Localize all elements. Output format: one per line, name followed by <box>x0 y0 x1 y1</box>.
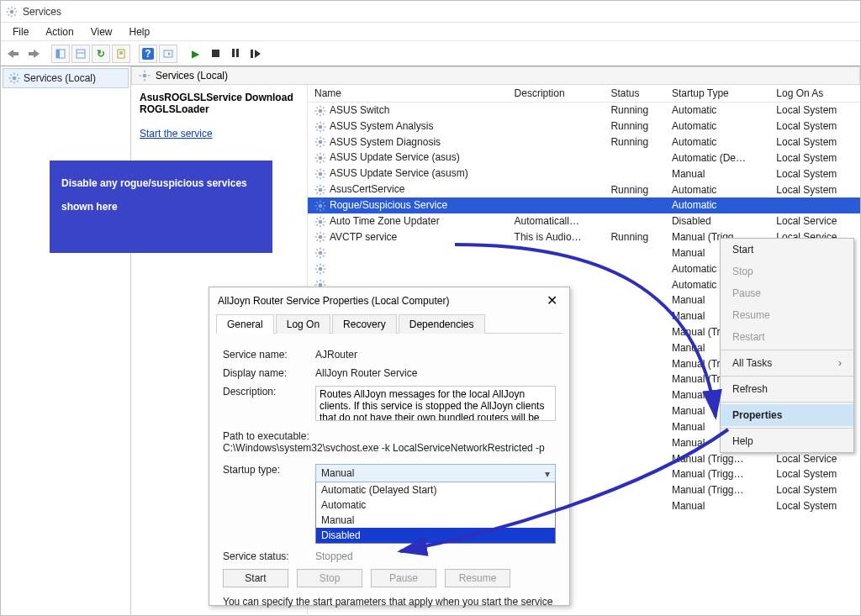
svg-line-7 <box>8 13 9 15</box>
dlg-stop-button: Stop <box>297 569 362 587</box>
ctx-help[interactable]: Help <box>721 430 853 452</box>
ctx-refresh[interactable]: Refresh <box>721 378 853 400</box>
svg-line-107 <box>323 218 325 219</box>
svg-point-126 <box>319 267 323 271</box>
menu-action[interactable]: Action <box>37 24 82 39</box>
col-status[interactable]: Status <box>604 85 665 103</box>
action-window-button[interactable] <box>159 45 177 63</box>
tree-item-label: Services (Local) <box>24 72 96 84</box>
show-hide-tree-button[interactable] <box>51 45 70 63</box>
svg-line-106 <box>316 224 318 226</box>
val-description[interactable] <box>315 386 556 421</box>
tree-item-services-local[interactable]: Services (Local) <box>3 68 129 88</box>
startup-opt-manual[interactable]: Manual <box>316 513 555 528</box>
startup-opt-disabled[interactable]: Disabled <box>316 528 555 543</box>
svg-line-62 <box>323 139 325 140</box>
ctx-restart: Restart <box>721 326 853 348</box>
svg-line-59 <box>316 139 318 140</box>
svg-point-81 <box>319 188 323 192</box>
svg-line-61 <box>316 145 318 146</box>
tab-dependencies[interactable]: Dependencies <box>399 314 485 334</box>
refresh-button[interactable]: ↻ <box>92 45 110 63</box>
table-row[interactable]: Auto Time Zone UpdaterAutomaticall…Disab… <box>308 213 860 229</box>
properties-button[interactable] <box>112 45 130 63</box>
back-button[interactable] <box>4 45 23 63</box>
ctx-start[interactable]: Start <box>721 239 853 261</box>
startup-opt-delayed[interactable]: Automatic (Delayed Start) <box>316 482 555 498</box>
ctx-all-tasks[interactable]: All Tasks› <box>721 352 853 374</box>
svg-line-140 <box>316 281 318 282</box>
svg-line-53 <box>323 123 325 124</box>
annotation-text: Disable any rogue/suspicious services sh… <box>61 177 247 213</box>
help-button[interactable]: ? <box>139 45 157 63</box>
svg-line-29 <box>10 81 12 82</box>
svg-line-78 <box>323 176 325 178</box>
gear-icon <box>314 247 326 259</box>
svg-line-96 <box>323 208 325 210</box>
svg-line-114 <box>323 240 325 241</box>
table-row[interactable]: Rogue/Suspicious ServiceAutomatic <box>308 197 860 213</box>
tab-log-on[interactable]: Log On <box>276 314 330 334</box>
svg-line-132 <box>323 271 325 273</box>
col-name[interactable]: Name <box>308 85 508 103</box>
panel-header-label: Services (Local) <box>156 70 228 82</box>
menu-view[interactable]: View <box>82 24 121 39</box>
start-service-link[interactable]: Start the service <box>140 128 213 140</box>
svg-line-60 <box>323 145 325 146</box>
pause-service-button[interactable] <box>226 45 245 63</box>
table-row[interactable]: AsusCertServiceRunningAutomaticLocal Sys… <box>308 182 860 197</box>
gear-icon <box>314 263 326 275</box>
svg-marker-21 <box>168 52 171 55</box>
svg-line-86 <box>316 186 318 187</box>
dlg-note: You can specify the start parameters tha… <box>223 596 556 608</box>
panel-header: Services (Local) <box>131 66 860 85</box>
table-row[interactable]: ASUS System DiagnosisRunningAutomaticLoc… <box>308 134 860 150</box>
svg-line-68 <box>316 155 318 156</box>
svg-line-87 <box>323 192 325 194</box>
svg-line-115 <box>316 240 318 241</box>
dialog-close-button[interactable]: ✕ <box>543 292 561 308</box>
startup-opt-automatic[interactable]: Automatic <box>316 498 555 513</box>
forward-button[interactable] <box>24 45 43 63</box>
val-display-name: AllJoyn Router Service <box>315 367 556 379</box>
column-headers[interactable]: Name Description Status Startup Type Log… <box>308 85 860 103</box>
svg-line-125 <box>323 250 325 251</box>
svg-line-88 <box>316 192 318 194</box>
tab-general[interactable]: General <box>216 314 274 334</box>
startup-type-combo[interactable]: Manual ▾ <box>315 464 556 482</box>
annotation-callout: Disable any rogue/suspicious services sh… <box>50 161 272 253</box>
svg-line-71 <box>323 155 325 156</box>
svg-line-124 <box>316 255 318 257</box>
tab-recovery[interactable]: Recovery <box>332 314 397 334</box>
gear-icon <box>314 168 326 180</box>
restart-service-button[interactable] <box>246 45 265 63</box>
table-row[interactable]: ASUS System AnalysisRunningAutomaticLoca… <box>308 118 860 134</box>
table-row[interactable]: ASUS Update Service (asus)Automatic (De…… <box>308 150 860 166</box>
svg-point-63 <box>319 156 323 161</box>
svg-line-28 <box>17 81 18 82</box>
svg-marker-9 <box>8 50 13 58</box>
svg-point-22 <box>13 76 17 81</box>
start-service-button[interactable]: ▶ <box>186 45 204 63</box>
ctx-properties[interactable]: Properties <box>721 404 853 426</box>
dlg-start-button[interactable]: Start <box>223 569 288 587</box>
svg-line-52 <box>316 129 318 131</box>
col-logon[interactable]: Log On As <box>769 85 860 103</box>
menu-file[interactable]: File <box>4 24 37 39</box>
chevron-down-icon: ▾ <box>545 468 550 480</box>
val-service-name: AJRouter <box>315 349 556 361</box>
export-list-button[interactable] <box>71 45 90 63</box>
stop-service-button[interactable] <box>206 45 224 63</box>
menu-help[interactable]: Help <box>121 24 159 39</box>
svg-line-95 <box>316 202 318 203</box>
col-description[interactable]: Description <box>508 85 605 103</box>
svg-marker-11 <box>34 50 40 58</box>
svg-line-105 <box>323 224 325 226</box>
col-startup[interactable]: Startup Type <box>665 85 769 103</box>
gear-icon <box>314 184 326 196</box>
svg-line-134 <box>323 265 325 266</box>
table-row[interactable]: ASUS SwitchRunningAutomaticLocal System <box>308 103 860 118</box>
table-row[interactable]: ASUS Update Service (asusm)ManualLocal S… <box>308 166 860 182</box>
svg-line-27 <box>10 74 12 76</box>
svg-rect-12 <box>29 52 34 55</box>
